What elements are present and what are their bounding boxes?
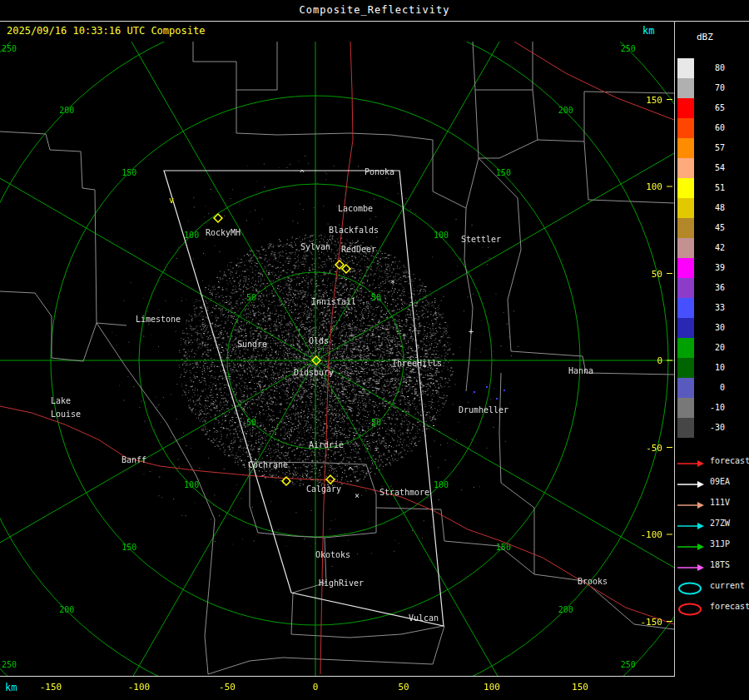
right-axis-label: -50 bbox=[646, 443, 662, 454]
city-label: Drumheller bbox=[459, 405, 508, 415]
map-marker-caret: v bbox=[169, 196, 174, 205]
right-axis-label: 50 bbox=[652, 269, 662, 280]
colorbar-level-label: 51 bbox=[700, 183, 725, 192]
bottom-axis-label: 0 bbox=[313, 682, 319, 693]
radar-site-marker bbox=[335, 261, 344, 269]
city-label: Hanna bbox=[568, 366, 593, 375]
colorbar-swatch bbox=[677, 358, 694, 378]
right-axis-label: 0 bbox=[657, 355, 662, 366]
ring-distance-label: 100 bbox=[434, 480, 449, 489]
colorbar-level-label: 39 bbox=[700, 263, 725, 272]
county-boundary bbox=[193, 42, 277, 90]
legend-item: forecast bbox=[677, 454, 707, 469]
right-axis-label: -150 bbox=[641, 617, 663, 628]
km-unit-bottom-left: km bbox=[5, 682, 17, 693]
colorbar-swatch bbox=[677, 58, 694, 78]
city-label: Lake bbox=[51, 396, 71, 405]
ring-distance-label: 50 bbox=[371, 293, 381, 302]
timestamp-label: 2025/09/16 10:33:16 UTC Composite bbox=[7, 25, 205, 37]
city-label: RockyMH bbox=[206, 228, 241, 237]
city-label: RedDeer bbox=[341, 245, 376, 254]
city-label: Brooks bbox=[578, 577, 608, 586]
bottom-axis-label: 100 bbox=[484, 682, 500, 693]
county-boundary bbox=[584, 141, 674, 203]
city-label: Calgary bbox=[306, 484, 341, 494]
ring-distance-label: 150 bbox=[122, 543, 136, 552]
colorbar-level-label: 70 bbox=[700, 83, 725, 92]
bottom-axis-label: 150 bbox=[572, 682, 588, 693]
map-marker-glyph: ^ bbox=[300, 169, 305, 178]
legend-arrow-icon bbox=[677, 457, 707, 470]
ring-distance-label: 50 bbox=[246, 293, 256, 302]
ring-distance-label: 200 bbox=[558, 106, 573, 115]
colorbar-level-label: -10 bbox=[700, 403, 725, 412]
radar-site-marker bbox=[342, 265, 350, 273]
ring-distance-label: 250 bbox=[2, 44, 17, 53]
colorbar-swatch bbox=[677, 118, 694, 138]
county-boundary bbox=[236, 90, 391, 135]
county-boundary bbox=[479, 140, 538, 158]
colorbar-swatch bbox=[677, 378, 694, 398]
colorbar-swatch bbox=[677, 258, 694, 278]
legend-ellipse-icon bbox=[677, 582, 707, 595]
colorbar-swatch bbox=[677, 158, 694, 178]
city-label: Sylvan bbox=[300, 242, 330, 251]
colorbar-level-label: -30 bbox=[700, 423, 725, 432]
colorbar-swatch bbox=[677, 218, 694, 238]
colorbar-swatch bbox=[677, 338, 694, 358]
legend-arrow-icon bbox=[677, 499, 707, 512]
ring-distance-label: 50 bbox=[371, 418, 381, 427]
radar-app-window: { "title": "Composite_Reflectivity", "he… bbox=[0, 0, 749, 700]
colorbar-level-label: 57 bbox=[700, 143, 725, 152]
city-label: Strathmore bbox=[379, 488, 429, 497]
bottom-axis-label: -50 bbox=[219, 682, 236, 693]
ring-distance-label: 150 bbox=[122, 168, 136, 177]
legend-item: 111V bbox=[677, 496, 707, 511]
city-label: Limestone bbox=[136, 315, 181, 324]
city-label: Didsbury bbox=[294, 368, 334, 377]
legend-arrow-icon bbox=[677, 519, 707, 533]
city-label: Okotoks bbox=[315, 550, 350, 559]
legend-item: 09EA bbox=[677, 475, 707, 490]
legend-arrow-icon bbox=[677, 478, 707, 491]
city-label: Airdrie bbox=[309, 440, 344, 449]
colorbar-level-label: 0 bbox=[700, 383, 725, 392]
county-boundary bbox=[0, 291, 97, 361]
county-boundary bbox=[376, 508, 674, 629]
bottom-axis: km -150-100-50050100150 bbox=[0, 676, 675, 700]
legend-label: 18TS bbox=[710, 560, 730, 569]
ring-distance-label: 100 bbox=[184, 231, 199, 240]
ring-distance-label: 100 bbox=[184, 480, 199, 489]
colorbar-level-label: 30 bbox=[700, 323, 725, 332]
radar-map: 5010015020025050100150200250501001502002… bbox=[0, 42, 674, 676]
ring-distance-label: 50 bbox=[246, 418, 256, 427]
colorbar-level-label: 45 bbox=[700, 223, 725, 232]
map-marker-glyph: * bbox=[390, 279, 395, 288]
city-label: HighRiver bbox=[319, 578, 364, 588]
colorbar-level-label: 10 bbox=[700, 363, 725, 372]
radial-line bbox=[0, 42, 315, 360]
legend-label: current bbox=[710, 581, 745, 590]
county-boundary bbox=[97, 323, 215, 674]
bottom-axis-label: -100 bbox=[128, 682, 151, 693]
colorbar-level-label: 36 bbox=[700, 283, 725, 292]
legend-label: 09EA bbox=[710, 477, 730, 486]
ring-distance-label: 250 bbox=[621, 44, 636, 53]
legend-arrow-icon bbox=[677, 561, 707, 574]
legend-label: 111V bbox=[710, 498, 730, 507]
city-label: Innisfail bbox=[311, 297, 356, 306]
bottom-axis-label: -150 bbox=[40, 682, 62, 693]
radar-sector-outline bbox=[164, 171, 444, 626]
map-marker-glyph: × bbox=[355, 491, 360, 500]
ring-distance-label: 200 bbox=[59, 605, 74, 614]
legend-item: 31JP bbox=[677, 538, 707, 553]
ring-distance-label: 200 bbox=[558, 605, 573, 614]
colorbar-swatch bbox=[677, 238, 694, 258]
radar-site-marker bbox=[326, 475, 335, 484]
colorbar-level-label: 48 bbox=[700, 203, 725, 212]
colorbar-swatch bbox=[677, 78, 694, 98]
ring-distance-label: 200 bbox=[59, 106, 74, 115]
colorbar-level-label: 65 bbox=[700, 103, 725, 112]
county-boundary bbox=[208, 626, 444, 674]
right-axis-label: 150 bbox=[646, 95, 662, 106]
